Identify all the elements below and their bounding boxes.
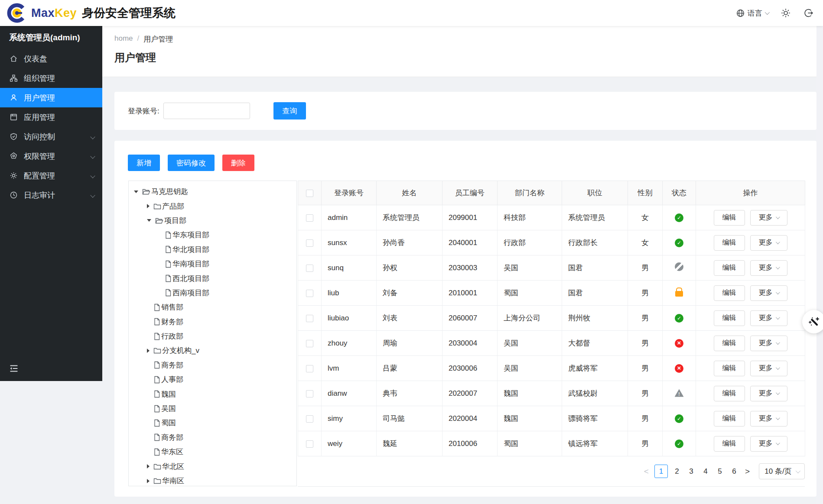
page-button-1[interactable]: 1	[654, 465, 668, 478]
tree-node[interactable]: 华南区	[129, 474, 296, 486]
tree-node[interactable]: 财务部	[129, 315, 296, 329]
next-page-button[interactable]: >	[743, 467, 751, 476]
tree-node[interactable]: 华东项目部	[129, 228, 296, 242]
cell-gender: 男	[628, 255, 663, 281]
page-button-6[interactable]: 6	[729, 467, 739, 476]
more-button[interactable]: 更多	[750, 210, 787, 226]
row-checkbox[interactable]	[306, 290, 313, 297]
edit-button[interactable]: 编辑	[714, 310, 745, 326]
more-button[interactable]: 更多	[750, 310, 787, 326]
row-checkbox[interactable]	[306, 239, 313, 247]
sidebar-item-users[interactable]: 用户管理	[0, 88, 102, 107]
row-checkbox[interactable]	[306, 315, 313, 322]
sidebar-item-dashboard[interactable]: 仪表盘	[0, 49, 102, 68]
breadcrumb-home-link[interactable]: home	[114, 34, 133, 44]
edit-button[interactable]: 编辑	[714, 361, 745, 376]
row-checkbox[interactable]	[306, 415, 313, 423]
prev-page-button[interactable]: <	[642, 467, 651, 476]
tree-node[interactable]: 行政部	[129, 329, 296, 343]
more-button[interactable]: 更多	[750, 260, 787, 276]
row-checkbox[interactable]	[306, 390, 313, 397]
row-checkbox[interactable]	[306, 265, 313, 272]
edit-button[interactable]: 编辑	[714, 285, 745, 301]
row-checkbox[interactable]	[306, 440, 313, 448]
tree-node[interactable]: 项目部	[129, 213, 296, 228]
more-button[interactable]: 更多	[750, 411, 787, 426]
add-button[interactable]: 新增	[128, 155, 160, 171]
more-button[interactable]: 更多	[750, 235, 787, 251]
more-button[interactable]: 更多	[750, 336, 787, 351]
page-title: 用户管理	[114, 51, 156, 65]
row-checkbox[interactable]	[306, 365, 313, 372]
user-table: 登录账号 姓名 员工编号 部门名称 职位 性别 状态 操作 admin 系统管理…	[298, 181, 805, 456]
change-password-button[interactable]: 密码修改	[168, 155, 215, 171]
select-all-checkbox[interactable]	[306, 190, 313, 197]
page-scrollbar-track[interactable]	[816, 26, 823, 504]
more-button[interactable]: 更多	[750, 386, 787, 401]
tree-node[interactable]: 西南项目部	[129, 286, 296, 300]
tree-node[interactable]: 销售部	[129, 300, 296, 314]
settings-gear-icon[interactable]	[781, 8, 791, 18]
row-checkbox[interactable]	[306, 340, 313, 347]
logout-icon[interactable]	[803, 8, 813, 18]
tree-node[interactable]: 蜀国	[129, 416, 296, 430]
row-checkbox[interactable]	[306, 214, 313, 222]
tree-node[interactable]: 商务部	[129, 430, 296, 445]
user-icon	[9, 94, 18, 102]
edit-button[interactable]: 编辑	[714, 235, 745, 251]
sidebar-item-organization[interactable]: 组织管理	[0, 68, 102, 88]
tree-node[interactable]: 华南项目部	[129, 257, 296, 271]
tree-node[interactable]: 产品部	[129, 199, 296, 213]
tree-node[interactable]: 西北项目部	[129, 271, 296, 285]
tree-node[interactable]: 马克思钥匙	[129, 184, 296, 199]
edit-button[interactable]: 编辑	[714, 386, 745, 401]
magic-wand-floating-button[interactable]	[802, 310, 823, 333]
edit-button[interactable]: 编辑	[714, 411, 745, 426]
sidebar-collapse-button[interactable]	[9, 364, 19, 375]
sidebar-item-permissions[interactable]: 权限管理	[0, 146, 102, 166]
file-icon	[153, 361, 160, 369]
sidebar-item-audit-log[interactable]: 日志审计	[0, 185, 102, 205]
edit-button[interactable]: 编辑	[714, 260, 745, 276]
page-button-4[interactable]: 4	[700, 467, 711, 476]
page-button-2[interactable]: 2	[672, 467, 682, 476]
page-size-select[interactable]: 10 条/页	[759, 463, 805, 479]
edit-button[interactable]: 编辑	[714, 336, 745, 351]
page-button-3[interactable]: 3	[686, 467, 696, 476]
tree-node-label: 西北项目部	[172, 274, 209, 284]
more-button[interactable]: 更多	[750, 361, 787, 376]
tree-node[interactable]: 商务部	[129, 358, 296, 372]
sidebar-item-configuration[interactable]: 配置管理	[0, 166, 102, 185]
cell-employee-id: 2010001	[442, 281, 498, 306]
file-icon	[153, 433, 160, 441]
chevron-down-icon	[775, 365, 780, 370]
table-row: lvm 吕蒙 2030006 吴国 虎威将军 男 编辑更多	[298, 356, 805, 381]
edit-button[interactable]: 编辑	[714, 436, 745, 452]
cell-department: 行政部	[498, 230, 562, 255]
folder-closed-icon	[153, 463, 161, 470]
sidebar-item-access-control[interactable]: 访问控制	[0, 127, 102, 146]
language-dropdown[interactable]: 语言	[736, 8, 768, 18]
more-button[interactable]: 更多	[750, 436, 787, 452]
clock-icon	[9, 191, 18, 200]
cell-gender: 男	[628, 356, 663, 381]
tree-node[interactable]: 分支机构_v	[129, 343, 296, 358]
tree-node[interactable]: 人事部	[129, 372, 296, 387]
delete-button[interactable]: 删除	[222, 155, 254, 171]
page-button-5[interactable]: 5	[715, 467, 725, 476]
sidebar-item-applications[interactable]: 应用管理	[0, 107, 102, 127]
more-button[interactable]: 更多	[750, 285, 787, 301]
cell-name: 孙权	[377, 255, 442, 281]
shield-check-icon	[9, 132, 18, 141]
tree-node[interactable]: 华东区	[129, 445, 296, 459]
query-button[interactable]: 查询	[273, 102, 306, 120]
edit-button[interactable]: 编辑	[714, 210, 745, 226]
login-account-input[interactable]	[163, 103, 250, 119]
folder-closed-icon	[153, 477, 161, 485]
tree-node[interactable]: 吴国	[129, 401, 296, 416]
tree-node-label: 销售部	[161, 302, 183, 312]
chevron-down-icon	[775, 315, 780, 320]
tree-node[interactable]: 魏国	[129, 387, 296, 401]
tree-node[interactable]: 华北区	[129, 459, 296, 473]
tree-node[interactable]: 华北项目部	[129, 242, 296, 257]
